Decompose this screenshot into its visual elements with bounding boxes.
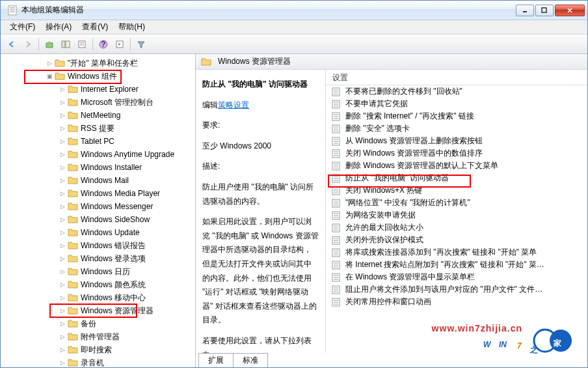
edit-policy-link[interactable]: 策略设置 <box>218 100 249 109</box>
setting-item[interactable]: 关闭外壳协议保护模式 <box>326 234 587 246</box>
setting-item[interactable]: 关闭 Windows 资源管理器中的数值排序 <box>326 147 587 160</box>
setting-item[interactable]: 删除 "安全" 选项卡 <box>326 122 587 135</box>
help-button[interactable]: ? <box>96 37 111 51</box>
show-hide-button[interactable] <box>59 37 73 51</box>
expand-icon[interactable]: ▷ <box>59 164 66 171</box>
setting-item[interactable]: 在 Windows 资源管理器中显示菜单栏 <box>326 271 587 283</box>
tree-item[interactable]: ▷Windows 日历 <box>1 265 195 278</box>
tree-item[interactable]: ▷Windows 移动中心 <box>1 291 195 304</box>
setting-item[interactable]: 允许的最大回收站大小 <box>326 221 587 234</box>
filter-button[interactable] <box>134 37 148 51</box>
properties-button[interactable] <box>75 37 89 51</box>
tree-item[interactable]: ▷Windows Anytime Upgrade <box>1 148 195 161</box>
folder-icon <box>68 111 78 120</box>
setting-item[interactable]: 防止从 "我的电脑" 访问驱动器 <box>326 172 587 184</box>
action-button[interactable] <box>113 37 127 51</box>
tree-item[interactable]: ▷Internet Explorer <box>1 83 195 96</box>
tree-item-windows-components[interactable]: ▣ Windows 组件 <box>1 70 195 83</box>
expand-icon[interactable]: ▷ <box>59 281 66 288</box>
expand-icon[interactable]: ▷ <box>59 268 66 275</box>
setting-item[interactable]: 阻止用户将文件添加到与该用户对应的 "用户文件" 文件… <box>326 283 587 296</box>
expand-icon[interactable]: ▷ <box>59 307 66 314</box>
toolbar: ? <box>1 35 587 54</box>
expand-icon[interactable]: ▷ <box>59 216 66 223</box>
tree-pane[interactable]: ▷ "开始" 菜单和任务栏 ▣ Windows 组件 ▷Internet Exp… <box>1 54 196 367</box>
setting-item[interactable]: 删除 "搜索 Internet" / "再次搜索" 链接 <box>326 110 587 122</box>
tree-item[interactable]: ▷Windows SideShow <box>1 213 195 226</box>
close-button[interactable] <box>555 5 585 16</box>
tree-item[interactable]: ▷附件管理器 <box>1 330 195 343</box>
setting-label: 关闭 Windows+X 热键 <box>345 185 422 196</box>
expand-icon[interactable]: ▷ <box>59 347 66 353</box>
expand-icon[interactable]: ▷ <box>59 177 66 184</box>
tree-item[interactable]: ▷RSS 提要 <box>1 122 195 135</box>
tree-item[interactable]: ▷Windows Update <box>1 226 195 239</box>
expand-icon[interactable]: ▷ <box>59 151 66 158</box>
expand-icon[interactable]: ▷ <box>59 99 66 106</box>
tree-item[interactable]: ▷Windows 登录选项 <box>1 252 195 265</box>
tab-standard[interactable]: 标准 <box>233 353 268 367</box>
tab-extended[interactable]: 扩展 <box>198 353 234 367</box>
expand-icon[interactable]: ▷ <box>59 333 66 340</box>
expand-icon[interactable]: ▷ <box>59 190 66 197</box>
policy-icon <box>331 137 341 146</box>
collapse-icon[interactable]: ▣ <box>46 73 53 79</box>
setting-item[interactable]: 不要将已删除的文件移到 "回收站" <box>326 85 587 98</box>
tree-item[interactable]: ▷Windows 颜色系统 <box>1 278 195 291</box>
setting-item[interactable]: 将 Internet 搜索站点附加到 "再次搜索" 链接和 "开始" 菜… <box>326 259 587 271</box>
tree-item[interactable]: ▷Tablet PC <box>1 135 195 148</box>
setting-item[interactable]: 删除 Windows 资源管理器的默认上下文菜单 <box>326 160 587 172</box>
expand-icon[interactable]: ▷ <box>59 255 66 262</box>
tree-item[interactable]: ▷Microsoft 管理控制台 <box>1 96 195 109</box>
setting-item[interactable]: 为网络安装申请凭据 <box>326 209 587 221</box>
expand-icon[interactable]: ▷ <box>59 320 66 327</box>
menu-action[interactable]: 操作(A) <box>40 20 77 34</box>
folder-icon <box>68 98 78 107</box>
back-button[interactable] <box>5 37 19 51</box>
policy-icon <box>331 285 341 294</box>
expand-icon[interactable]: ▷ <box>59 138 66 145</box>
expand-icon[interactable]: ▷ <box>59 125 66 132</box>
expand-icon[interactable]: ▷ <box>59 86 66 92</box>
setting-item[interactable]: 不要申请其它凭据 <box>326 98 587 110</box>
folder-icon <box>55 72 65 81</box>
tree-item[interactable]: ▷NetMeeting <box>1 109 195 122</box>
setting-item[interactable]: "网络位置" 中没有 "我附近的计算机" <box>326 197 587 209</box>
minimize-button[interactable] <box>516 5 534 16</box>
desc-body-3: 若要使用此设置，请从下拉列表中 <box>202 334 319 353</box>
forward-button[interactable] <box>21 37 35 51</box>
tree-item[interactable]: ▷即时搜索 <box>1 343 195 356</box>
up-button[interactable] <box>42 37 57 51</box>
tree-item[interactable]: ▷Windows Mail <box>1 174 195 187</box>
setting-item[interactable]: 从 Windows 资源管理器上删除搜索按钮 <box>326 135 587 147</box>
maximize-button[interactable] <box>535 5 554 16</box>
menu-file[interactable]: 文件(F) <box>5 20 40 34</box>
tree-item[interactable]: ▷Windows Media Player <box>1 187 195 200</box>
expand-icon[interactable]: ▷ <box>59 112 66 119</box>
expand-icon[interactable]: ▷ <box>59 229 66 236</box>
expand-icon[interactable]: ▷ <box>59 294 66 301</box>
tree-item[interactable]: ▷录音机 <box>1 356 195 367</box>
tree-item-start-menu[interactable]: ▷ "开始" 菜单和任务栏 <box>1 57 195 70</box>
setting-label: 不要申请其它凭据 <box>345 98 408 109</box>
menu-help[interactable]: 帮助(H) <box>113 20 150 34</box>
setting-item[interactable]: 关闭常用控件和窗口动画 <box>326 296 587 308</box>
tree-item[interactable]: ▷备份 <box>1 317 195 330</box>
setting-item[interactable]: 将库或搜索连接器添加到 "再次搜索" 链接和 "开始" 菜单 <box>326 246 587 259</box>
tree-item[interactable]: ▷Windows Installer <box>1 161 195 174</box>
menu-view[interactable]: 查看(V) <box>77 20 113 34</box>
settings-column-header[interactable]: 设置 <box>326 70 587 85</box>
tree-item[interactable]: ▷Windows 资源管理器 <box>1 304 195 317</box>
settings-list[interactable]: 不要将已删除的文件移到 "回收站"不要申请其它凭据删除 "搜索 Internet… <box>326 85 587 353</box>
tree-item[interactable]: ▷Windows 错误报告 <box>1 239 195 252</box>
expand-icon[interactable]: ▷ <box>59 203 66 210</box>
right-pane: Windows 资源管理器 防止从 "我的电脑" 访问驱动器 编辑策略设置 要求… <box>196 54 587 367</box>
expand-icon[interactable]: ▷ <box>59 360 66 366</box>
tree-item[interactable]: ▷Windows Messenger <box>1 200 195 213</box>
setting-item[interactable]: 关闭 Windows+X 热键 <box>326 184 587 197</box>
expand-icon[interactable]: ▷ <box>59 242 66 249</box>
expand-icon[interactable]: ▷ <box>46 60 53 66</box>
policy-icon <box>331 186 341 195</box>
settings-pane: 设置 不要将已删除的文件移到 "回收站"不要申请其它凭据删除 "搜索 Inter… <box>326 70 587 353</box>
window-title: 本地组策略编辑器 <box>21 5 516 16</box>
